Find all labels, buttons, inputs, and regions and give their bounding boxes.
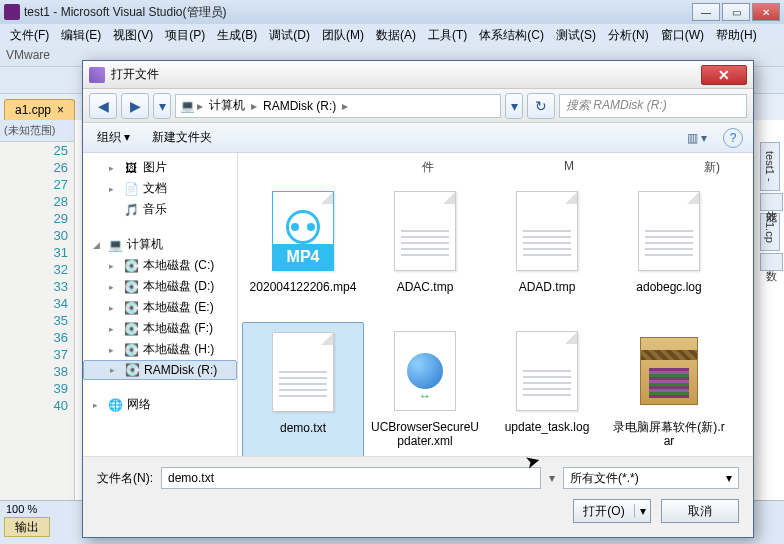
maximize-button[interactable]: ▭ [722,3,750,21]
tree-label: 文档 [143,180,167,197]
menu-item[interactable]: 团队(M) [316,25,370,46]
breadcrumb-dropdown[interactable]: ▾ [505,93,523,119]
tree-label: 本地磁盘 (E:) [143,299,214,316]
expand-icon[interactable]: ▸ [109,303,119,313]
breadcrumb-folder[interactable]: RAMDisk (R:) [259,99,340,113]
tree-drive[interactable]: ▸💽本地磁盘 (C:) [83,255,237,276]
breadcrumb-root[interactable]: 计算机 [205,97,249,114]
filename-input[interactable] [161,467,541,489]
organize-button[interactable]: 组织 ▾ [93,127,134,148]
file-item[interactable]: ADAD.tmp [486,182,608,322]
file-item[interactable]: adobegc.log [608,182,730,322]
col-header[interactable]: 件 [422,159,434,176]
tree-drive[interactable]: ▸💽本地磁盘 (E:) [83,297,237,318]
help-button[interactable]: ? [723,128,743,148]
expand-icon[interactable]: ▸ [109,324,119,334]
tab-label: a1.cpp [15,103,51,117]
nav-back-button[interactable]: ◀ [89,93,117,119]
file-list[interactable]: 件 M 新) MP4202004122206.mp4ADAC.tmpADAD.t… [238,153,753,456]
menu-item[interactable]: 编辑(E) [55,25,107,46]
col-header[interactable]: 新) [704,159,720,176]
file-name: UCBrowserSecureUpdater.xml [368,420,482,448]
menu-item[interactable]: 测试(S) [550,25,602,46]
file-item[interactable]: update_task.log [486,322,608,456]
expand-icon[interactable]: ▸ [109,163,119,173]
close-button[interactable]: ✕ [752,3,780,21]
minimize-button[interactable]: — [692,3,720,21]
file-item[interactable]: ADAC.tmp [364,182,486,322]
collapsed-panel-tab[interactable]: 1.cp [760,213,780,252]
vs-titlebar: test1 - Microsoft Visual Studio(管理员) — ▭… [0,0,784,24]
cancel-button[interactable]: 取消 [661,499,739,523]
file-item[interactable]: demo.txt [242,322,364,456]
open-button-dropdown[interactable]: ▾ [634,504,650,518]
tree-pictures[interactable]: ▸🖼图片 [83,157,237,178]
menu-item[interactable]: 生成(B) [211,25,263,46]
line-number: 28 [0,193,68,210]
open-button[interactable]: 打开(O) ▾ [573,499,651,523]
menu-item[interactable]: 体系结构(C) [473,25,550,46]
tab-close-icon[interactable]: × [57,103,64,117]
file-item[interactable]: MP4202004122206.mp4 [242,182,364,322]
view-mode-button[interactable]: ▥ ▾ [685,127,709,149]
tree-documents[interactable]: ▸📄文档 [83,178,237,199]
expand-icon[interactable]: ▸ [109,261,119,271]
file-item[interactable]: UCBrowserSecureUpdater.xml [364,322,486,456]
search-placeholder: 搜索 RAMDisk (R:) [566,97,667,114]
file-item[interactable]: 录电脑屏幕软件(新).rar [608,322,730,456]
file-name: adobegc.log [636,280,701,294]
scope-combo[interactable]: (未知范围) [0,120,74,142]
expand-icon[interactable]: ▸ [110,365,120,375]
menu-item[interactable]: 窗口(W) [655,25,710,46]
menu-item[interactable]: 文件(F) [4,25,55,46]
nav-forward-button[interactable]: ▶ [121,93,149,119]
tree-drive[interactable]: ▸💽RAMDisk (R:) [83,360,237,380]
tree-computer[interactable]: ◢💻计算机 [83,234,237,255]
expand-icon[interactable]: ▸ [109,184,119,194]
line-number: 26 [0,159,68,176]
menu-item[interactable]: 分析(N) [602,25,655,46]
line-number: 37 [0,346,68,363]
search-input[interactable]: 搜索 RAMDisk (R:) [559,94,747,118]
menu-item[interactable]: 调试(D) [263,25,316,46]
line-number: 35 [0,312,68,329]
menu-item[interactable]: 帮助(H) [710,25,763,46]
line-number: 32 [0,261,68,278]
collapsed-panel-tab[interactable]: test1 - [760,142,780,191]
dialog-titlebar[interactable]: 打开文件 ✕ [83,61,753,89]
menu-item[interactable]: 项目(P) [159,25,211,46]
vs-icon [4,4,20,20]
expand-icon[interactable]: ▸ [109,282,119,292]
refresh-button[interactable]: ↻ [527,93,555,119]
tree-label: 网络 [127,396,151,413]
menu-item[interactable]: 数据(A) [370,25,422,46]
line-number: 36 [0,329,68,346]
tree-drive[interactable]: ▸💽本地磁盘 (F:) [83,318,237,339]
output-panel-tab[interactable]: 输出 [4,517,50,537]
music-icon: 🎵 [123,203,139,217]
tree-drive[interactable]: ▸💽本地磁盘 (H:) [83,339,237,360]
nav-history-button[interactable]: ▾ [153,93,171,119]
tree-network[interactable]: ▸🌐网络 [83,394,237,415]
dialog-navbar: ◀ ▶ ▾ 💻 ▸ 计算机 ▸ RAMDisk (R:) ▸ ▾ ↻ 搜索 RA… [83,89,753,123]
menu-item[interactable]: 工具(T) [422,25,473,46]
tree-music[interactable]: 🎵音乐 [83,199,237,220]
expand-icon[interactable]: ▸ [93,400,103,410]
collapsed-panel-tab[interactable]: 效能 [760,193,783,211]
tree-label: 计算机 [127,236,163,253]
line-number: 25 [0,142,68,159]
dialog-close-button[interactable]: ✕ [701,65,747,85]
collapsed-panel-tab[interactable]: 数 [760,253,783,271]
editor-tab-a1[interactable]: a1.cpp × [4,99,75,120]
tree-drive[interactable]: ▸💽本地磁盘 (D:) [83,276,237,297]
col-header[interactable]: M [564,159,574,176]
folder-tree[interactable]: ▸🖼图片▸📄文档🎵音乐◢💻计算机▸💽本地磁盘 (C:)▸💽本地磁盘 (D:)▸💽… [83,153,238,456]
expand-icon[interactable]: ▸ [109,345,119,355]
menu-item[interactable]: 视图(V) [107,25,159,46]
new-folder-button[interactable]: 新建文件夹 [148,127,216,148]
zoom-level[interactable]: 100 % [6,503,37,515]
expand-icon[interactable]: ◢ [93,240,103,250]
file-filter-dropdown[interactable]: 所有文件(*.*)▾ [563,467,739,489]
breadcrumb[interactable]: 💻 ▸ 计算机 ▸ RAMDisk (R:) ▸ [175,94,501,118]
vs-window-title: test1 - Microsoft Visual Studio(管理员) [24,4,692,21]
